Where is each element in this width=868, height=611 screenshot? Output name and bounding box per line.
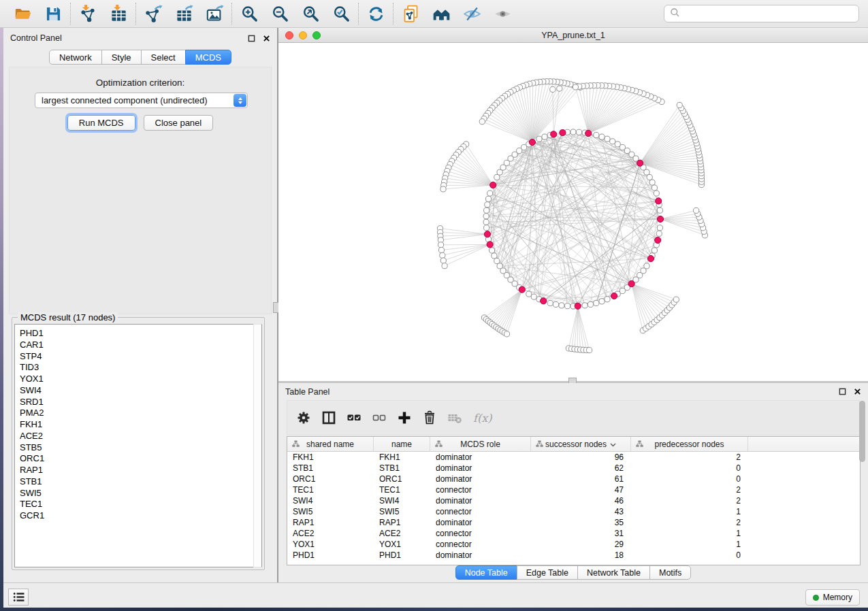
memory-button[interactable]: Memory [805, 589, 860, 606]
mcds-result-item[interactable]: STB5 [15, 442, 261, 454]
minimize-window-icon[interactable] [299, 31, 307, 39]
optimization-select[interactable]: largest connected component (undirected) [35, 93, 248, 108]
open-file-button[interactable] [13, 4, 32, 23]
cell-name[interactable]: STB1 [374, 463, 430, 473]
column-header-shared-name[interactable]: shared name [287, 437, 374, 451]
export-image-button[interactable] [205, 4, 224, 23]
close-panel-icon[interactable] [853, 387, 862, 396]
mcds-result-item[interactable]: SRD1 [15, 397, 261, 408]
mcds-result-item[interactable]: RAP1 [15, 465, 261, 476]
table-row[interactable]: YOX1YOX1connector291 [287, 539, 860, 550]
cell-successor-nodes[interactable]: 96 [531, 452, 631, 462]
search-input[interactable] [684, 8, 858, 20]
cell-mcds-role[interactable]: dominator [430, 452, 531, 462]
cell-successor-nodes[interactable]: 31 [531, 529, 631, 538]
mcds-result-item[interactable]: ACE2 [15, 431, 261, 442]
cell-successor-nodes[interactable]: 43 [531, 507, 631, 516]
cell-predecessor-nodes[interactable]: 2 [631, 496, 748, 506]
add-column-button[interactable] [397, 408, 412, 427]
column-header-predecessor-nodes[interactable]: predecessor nodes [631, 437, 748, 451]
cell-shared-name[interactable]: ORC1 [287, 474, 374, 484]
mcds-result-item[interactable]: ORC1 [15, 453, 261, 465]
tab-network[interactable]: Network [49, 50, 102, 65]
cell-shared-name[interactable]: SWI4 [287, 496, 374, 506]
mcds-result-item[interactable]: STP4 [15, 351, 261, 363]
result-list-scrollbar[interactable] [253, 324, 262, 567]
network-canvas[interactable] [278, 43, 868, 381]
cell-mcds-role[interactable]: dominator [430, 550, 531, 560]
table-scrollbar[interactable] [859, 401, 866, 503]
cell-predecessor-nodes[interactable]: 0 [631, 550, 748, 560]
cell-predecessor-nodes[interactable]: 1 [631, 540, 748, 549]
network-graph[interactable] [278, 43, 868, 381]
cell-successor-nodes[interactable]: 35 [531, 518, 631, 527]
table-row[interactable]: PHD1PHD1dominator180 [287, 550, 860, 561]
cell-predecessor-nodes[interactable]: 2 [631, 485, 748, 495]
mcds-result-item[interactable]: TID3 [15, 362, 261, 374]
mcds-result-item[interactable]: TEC1 [15, 499, 261, 510]
cell-successor-nodes[interactable]: 47 [531, 485, 631, 495]
mcds-result-item[interactable]: SWI4 [15, 385, 261, 397]
select-all-rows-button[interactable] [347, 408, 361, 427]
zoom-selected-button[interactable] [332, 4, 351, 23]
cell-shared-name[interactable]: PHD1 [287, 550, 374, 560]
cell-shared-name[interactable]: STB1 [287, 463, 374, 473]
zoom-fit-button[interactable] [301, 4, 320, 23]
close-window-icon[interactable] [285, 31, 293, 39]
table-row[interactable]: FKH1FKH1dominator962 [287, 452, 860, 463]
close-panel-button[interactable]: Close panel [144, 115, 214, 131]
tab-motifs[interactable]: Motifs [649, 565, 691, 580]
mcds-result-item[interactable]: SWI5 [15, 488, 261, 499]
cell-successor-nodes[interactable]: 46 [531, 496, 631, 506]
close-panel-icon[interactable] [262, 34, 271, 43]
cell-name[interactable]: TEC1 [374, 485, 430, 495]
save-session-button[interactable] [44, 4, 63, 23]
cell-predecessor-nodes[interactable]: 1 [631, 507, 748, 516]
table-settings-button[interactable] [296, 408, 311, 427]
float-panel-icon[interactable] [247, 34, 256, 43]
delete-columns-button[interactable] [422, 408, 437, 427]
mcds-result-item[interactable]: CAR1 [15, 340, 261, 351]
float-panel-icon[interactable] [838, 387, 847, 396]
table-row[interactable]: SWI5SWI5connector431 [287, 506, 860, 517]
zoom-out-button[interactable] [270, 4, 289, 23]
tab-node-table[interactable]: Node Table [455, 565, 517, 580]
maximize-window-icon[interactable] [312, 31, 321, 39]
column-header-name[interactable]: name [374, 437, 430, 451]
cell-mcds-role[interactable]: dominator [430, 463, 531, 473]
cell-shared-name[interactable]: TEC1 [287, 485, 374, 495]
cell-successor-nodes[interactable]: 61 [531, 474, 631, 484]
export-table-button[interactable] [174, 4, 193, 23]
cell-name[interactable]: ORC1 [374, 474, 430, 484]
cell-shared-name[interactable]: FKH1 [287, 452, 374, 462]
cell-shared-name[interactable]: YOX1 [287, 540, 374, 549]
first-neighbors-button[interactable] [432, 4, 451, 23]
cell-predecessor-nodes[interactable]: 0 [631, 474, 748, 484]
cell-mcds-role[interactable]: dominator [430, 496, 531, 506]
unselect-all-rows-button[interactable] [372, 408, 387, 427]
mcds-result-list[interactable]: PHD1CAR1STP4TID3YOX1SWI4SRD1PMA2FKH1ACE2… [14, 324, 262, 567]
cell-mcds-role[interactable]: connector [430, 540, 531, 549]
cell-predecessor-nodes[interactable]: 0 [631, 463, 748, 473]
cell-mcds-role[interactable]: connector [430, 507, 531, 516]
mcds-result-item[interactable]: FKH1 [15, 419, 261, 431]
cell-predecessor-nodes[interactable]: 1 [631, 529, 748, 538]
cell-name[interactable]: PHD1 [374, 550, 430, 560]
table-row[interactable]: STB1STB1dominator620 [287, 463, 860, 474]
cell-name[interactable]: ACE2 [374, 529, 430, 538]
cell-name[interactable]: RAP1 [374, 518, 430, 527]
cell-name[interactable]: SWI5 [374, 507, 430, 516]
cell-mcds-role[interactable]: connector [430, 529, 531, 538]
cell-mcds-role[interactable]: dominator [430, 518, 531, 527]
hide-selected-button[interactable] [462, 4, 481, 23]
cell-predecessor-nodes[interactable]: 2 [631, 518, 748, 527]
cell-name[interactable]: SWI4 [374, 496, 430, 506]
refresh-layout-button[interactable] [366, 4, 385, 23]
zoom-in-button[interactable] [240, 4, 259, 23]
cell-successor-nodes[interactable]: 62 [531, 463, 631, 473]
cell-name[interactable]: YOX1 [374, 540, 430, 549]
cell-mcds-role[interactable]: dominator [430, 474, 531, 484]
mcds-result-item[interactable]: STB1 [15, 476, 261, 488]
tab-edge-table[interactable]: Edge Table [517, 565, 578, 580]
cell-successor-nodes[interactable]: 29 [531, 540, 631, 549]
